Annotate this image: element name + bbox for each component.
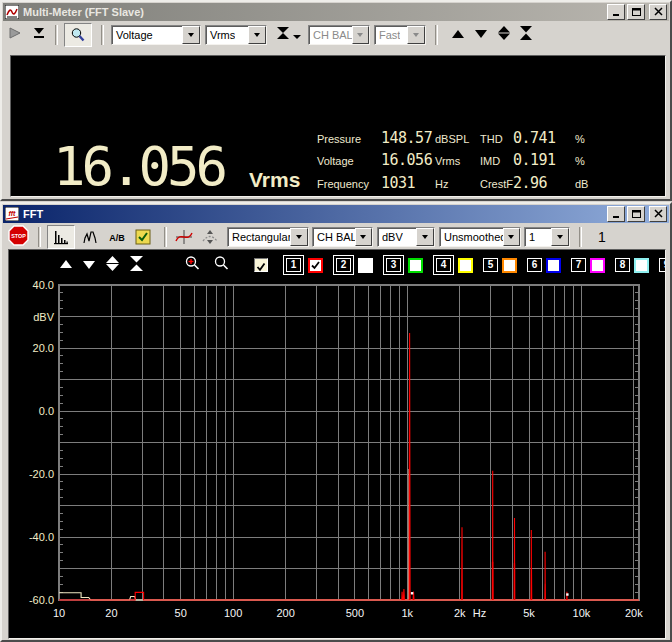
multimeter-titlebar[interactable]: Multi-Meter (FFT Slave)	[3, 3, 669, 21]
combo-arrow[interactable]	[355, 228, 372, 246]
zoom-toggle-button[interactable]	[64, 23, 92, 47]
close-button[interactable]	[649, 4, 667, 20]
roll-to-bottom-icon[interactable]	[32, 26, 46, 44]
x-axis-label: 1k	[401, 607, 413, 619]
reading-value: 16.056	[381, 151, 432, 169]
fft-plot-panel: 123456789 40.0dBV20.00.0-20.0-40.0-60.01…	[8, 249, 666, 639]
reading-unit: dB	[575, 178, 588, 190]
fft-channel-combo[interactable]: CH BAL	[312, 227, 373, 247]
stop-button[interactable]: STOP	[8, 225, 29, 250]
multimeter-window: Multi-Meter (FFT Slave) Voltage Vrms CH …	[0, 0, 672, 201]
x-axis-label: 20	[105, 607, 117, 619]
combo-arrow[interactable]	[182, 26, 200, 44]
phase-display-button[interactable]	[172, 226, 196, 248]
combo-arrow[interactable]	[248, 26, 266, 44]
compare-ab-button[interactable]: A/B	[105, 226, 129, 248]
fft-unit-combo[interactable]: dBV	[377, 227, 435, 247]
reading-value: 2.96	[513, 174, 547, 192]
fft-plot[interactable]: 40.0dBV20.00.0-20.0-40.0-60.010205010020…	[9, 250, 665, 638]
reading-row: Voltage 16.056 Vrms IMD 0.191 %	[317, 152, 661, 170]
y-axis-label: dBV	[33, 311, 54, 323]
combo-arrow[interactable]	[503, 228, 520, 246]
toolbar-separator	[101, 25, 104, 45]
maximize-button[interactable]	[627, 206, 645, 222]
collapse-icon[interactable]	[276, 26, 290, 44]
reading-label: Voltage	[317, 155, 354, 167]
combo-arrow[interactable]	[290, 228, 308, 246]
meter-unit-combo[interactable]: Vrms	[205, 25, 267, 45]
svg-text:A/B: A/B	[109, 233, 125, 243]
reading-value: 0.741	[513, 129, 556, 147]
toolbar-separator	[579, 227, 582, 247]
x-axis-label: 10k	[573, 607, 591, 619]
smooth-icon	[201, 229, 219, 245]
fft-toolbar: STOP A/B Rectangular CH BAL dBV	[2, 224, 670, 250]
toolbar-separator	[435, 25, 438, 45]
peaks-icon	[83, 229, 99, 245]
reading-label: IMD	[480, 155, 500, 167]
combo-arrow	[352, 26, 370, 44]
svg-text:fft: fft	[9, 210, 17, 217]
phase-icon	[175, 229, 193, 245]
reading-row: Frequency 1031 Hz CrestF 2.96 dB	[317, 175, 661, 193]
meter-type-combo[interactable]: Voltage	[111, 25, 201, 45]
fft-window-combo[interactable]: Rectangular	[227, 227, 309, 247]
trace-marker-dot	[566, 593, 568, 595]
maximize-button[interactable]	[627, 4, 645, 20]
fft-window: fft FFT STOP A/B	[0, 202, 672, 642]
dropdown-arrow-icon[interactable]	[293, 26, 301, 44]
fft-app-icon: fft	[5, 207, 19, 221]
fft-title: FFT	[23, 208, 43, 220]
y-axis-label: 0.0	[39, 405, 54, 417]
y-axis-label: 40.0	[33, 279, 54, 291]
scale-up-icon[interactable]	[451, 26, 465, 44]
reading-value: 1031	[381, 174, 415, 192]
reading-label: CrestF	[480, 178, 513, 190]
desktop: { "multimeter_window": { "title": "Multi…	[0, 0, 672, 642]
run-icon[interactable]	[8, 26, 22, 44]
multimeter-app-icon	[5, 5, 19, 19]
combo-arrow	[407, 26, 425, 44]
expand-icon[interactable]	[497, 26, 511, 44]
main-reading-unit: Vrms	[249, 168, 300, 192]
scale-down-icon[interactable]	[474, 26, 488, 44]
processing-settings-button[interactable]	[131, 226, 155, 248]
close-button[interactable]	[649, 206, 667, 222]
x-axis-label: Hz	[473, 607, 486, 619]
x-axis-label: 20k	[625, 607, 643, 619]
trace-1-red	[59, 333, 639, 600]
fft-smoothing-combo[interactable]: Unsmoothed	[439, 227, 521, 247]
toolbar-separator	[55, 25, 58, 45]
combo-arrow[interactable]	[416, 228, 434, 246]
minimize-button[interactable]	[607, 206, 625, 222]
reading-unit: Hz	[435, 178, 448, 190]
smoothing-button[interactable]	[198, 226, 222, 248]
fft-average-combo[interactable]: 1	[524, 227, 570, 247]
toolbar-separator	[164, 227, 167, 247]
fft-titlebar[interactable]: fft FFT	[3, 205, 669, 223]
x-axis-label: 100	[224, 607, 242, 619]
reading-label: THD	[480, 133, 503, 145]
peak-hold-button[interactable]	[79, 226, 103, 248]
reading-label: Frequency	[317, 178, 369, 190]
ab-icon: A/B	[107, 229, 127, 245]
minimize-button[interactable]	[607, 4, 625, 20]
multimeter-title: Multi-Meter (FFT Slave)	[23, 6, 144, 18]
y-axis-label: -60.0	[29, 594, 54, 606]
y-axis-label: -40.0	[29, 531, 54, 543]
checklist-icon	[135, 229, 151, 245]
toolbar-separator	[38, 227, 41, 247]
combo-arrow[interactable]	[551, 228, 569, 246]
reading-unit: %	[575, 155, 585, 167]
main-reading-value: 16.056	[53, 144, 224, 190]
x-axis-label: 5k	[523, 607, 535, 619]
autoscale-icon[interactable]	[519, 26, 533, 44]
y-axis-label: 20.0	[33, 342, 54, 354]
reading-label: Pressure	[317, 133, 361, 145]
magnifier-icon	[70, 27, 86, 43]
frame-count-label: 1	[598, 229, 606, 245]
reading-value: 0.191	[513, 151, 556, 169]
spectrum-view-button[interactable]	[47, 225, 75, 249]
svg-text:STOP: STOP	[11, 232, 26, 238]
multimeter-toolbar: Voltage Vrms CH BAL Fast	[2, 22, 670, 48]
